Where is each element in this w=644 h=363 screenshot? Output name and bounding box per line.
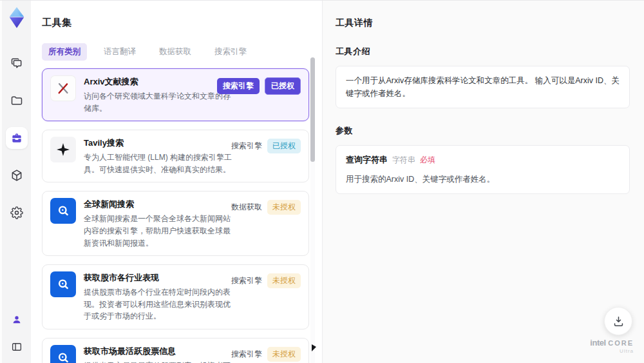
chat-icon[interactable] [6, 52, 28, 74]
tool-name: 全球新闻搜索 [84, 198, 234, 210]
tool-card-active-stocks[interactable]: 获取市场最活跃股票信息 提供当天交易量最高的股票列表。投资者可以利用这些信息来识… [42, 338, 309, 363]
tool-name: 获取股市各行业表现 [84, 271, 234, 284]
category-tag: 数据获取 [231, 202, 262, 213]
param-type: 字符串 [392, 154, 415, 166]
cube-icon[interactable] [6, 164, 28, 186]
intel-core-logo: intel CORE Ultra [590, 338, 634, 355]
tool-description: 全球新闻搜索是一个聚合全球各大新闻网站内容的搜索引擎，帮助用户快速获取全球最新资… [84, 213, 234, 249]
tool-name: Tavily搜索 [84, 137, 234, 149]
tool-card-arxiv[interactable]: Arxiv文献搜索 访问各个研究领域大量科学论文和文章的存储库。 搜索引擎 已授… [42, 68, 309, 121]
brand-core: CORE [608, 339, 634, 347]
user-avatar-icon[interactable] [8, 311, 26, 329]
status-tag: 未授权 [267, 200, 301, 215]
category-tabs: 所有类别 语言翻译 数据获取 搜索引擎 [42, 43, 322, 61]
brand-intel: intel [590, 338, 605, 348]
tool-name: Arxiv文献搜索 [84, 75, 234, 88]
folder-icon[interactable] [6, 90, 28, 112]
settings-gear-icon[interactable] [6, 202, 28, 224]
news-search-icon [50, 198, 76, 224]
category-tag: 搜索引擎 [231, 275, 262, 286]
download-icon [612, 315, 625, 328]
tool-description: 专为人工智能代理 (LLM) 构建的搜索引擎工具。可快速提供实时、准确和真实的结… [84, 152, 234, 175]
tab-data-acquisition[interactable]: 数据获取 [153, 43, 198, 61]
app-window: 工具集 所有类别 语言翻译 数据获取 搜索引擎 Arxiv文献搜索 [0, 1, 644, 363]
scrollbar-thumb[interactable] [310, 57, 315, 162]
sidebar [0, 1, 31, 363]
tool-detail-pane: 工具详情 工具介绍 一个用于从Arxiv存储库搜索科学论文和文章的工具。 输入可… [322, 1, 644, 363]
arxiv-logo-icon [50, 75, 76, 101]
page-title: 工具集 [42, 17, 322, 29]
panel-toggle-icon[interactable] [8, 338, 26, 356]
sidebar-nav [6, 52, 28, 224]
tab-all-categories[interactable]: 所有类别 [42, 43, 87, 61]
params-heading: 参数 [336, 125, 630, 137]
category-tag: 搜索引擎 [231, 141, 262, 152]
param-name: 查询字符串 [346, 153, 388, 167]
category-tag: 搜索引擎 [217, 78, 260, 94]
news-search-icon [50, 345, 76, 363]
status-tag: 已授权 [265, 77, 301, 95]
news-search-icon [50, 271, 76, 297]
mouse-cursor [312, 344, 316, 351]
status-tag: 已授权 [267, 139, 301, 153]
brand-ultra: Ultra [590, 349, 634, 355]
tavily-star-icon [50, 137, 76, 162]
tool-card-sector-performance[interactable]: 获取股市各行业表现 提供股票市场各个行业在特定时间段内的表现。投资者可以利用这些… [42, 264, 309, 329]
param-description: 用于搜索的Arxiv ID、关键字或作者姓名。 [346, 173, 620, 186]
param-required-badge: 必填 [420, 154, 435, 166]
param-box: 查询字符串 字符串 必填 用于搜索的Arxiv ID、关键字或作者姓名。 [336, 145, 630, 194]
tool-description: 提供当天交易量最高的股票列表。投资者可以利用这些信息来识别流动性强的股票和潜在的… [84, 360, 234, 363]
tab-language-translation[interactable]: 语言翻译 [97, 43, 142, 61]
tool-card-tavily[interactable]: Tavily搜索 专为人工智能代理 (LLM) 构建的搜索引擎工具。可快速提供实… [42, 130, 309, 182]
download-button[interactable] [604, 307, 632, 335]
tool-name: 获取市场最活跃股票信息 [84, 345, 234, 357]
tab-search-engine[interactable]: 搜索引擎 [208, 43, 253, 61]
category-tag: 搜索引擎 [231, 349, 262, 360]
intro-box: 一个用于从Arxiv存储库搜索科学论文和文章的工具。 输入可以是Arxiv ID… [336, 66, 630, 108]
app-logo-icon[interactable] [7, 7, 26, 28]
scrollbar-track[interactable] [310, 57, 315, 363]
tool-description: 访问各个研究领域大量科学论文和文章的存储库。 [84, 90, 234, 114]
tool-description: 提供股票市场各个行业在特定时间段内的表现。投资者可以利用这些信息来识别表现优于或… [84, 286, 234, 322]
status-tag: 未授权 [267, 347, 301, 362]
status-tag: 未授权 [267, 273, 301, 288]
detail-title: 工具详情 [336, 17, 630, 29]
toolset-pane: 工具集 所有类别 语言翻译 数据获取 搜索引擎 Arxiv文献搜索 [31, 1, 322, 363]
tool-card-global-news[interactable]: 全球新闻搜索 全球新闻搜索是一个聚合全球各大新闻网站内容的搜索引擎，帮助用户快速… [42, 191, 309, 256]
intro-heading: 工具介绍 [336, 46, 630, 57]
toolbox-icon-active[interactable] [6, 127, 28, 149]
tool-list: Arxiv文献搜索 访问各个研究领域大量科学论文和文章的存储库。 搜索引擎 已授… [42, 68, 309, 363]
